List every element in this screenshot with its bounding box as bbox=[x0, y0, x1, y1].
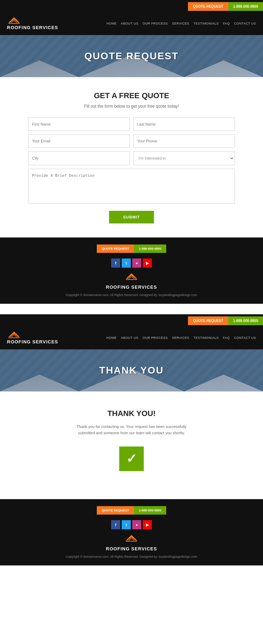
logo-2: ROOFING SERVICES bbox=[7, 331, 58, 344]
nav-home[interactable]: HOME bbox=[107, 22, 117, 25]
nav-about-2[interactable]: ABOUT US bbox=[121, 336, 139, 340]
footer-brand-name: ROOFING SERVICES bbox=[0, 284, 263, 290]
footer-copyright: Copyright © domainname.com. All Rights R… bbox=[0, 293, 263, 297]
last-name-input[interactable] bbox=[133, 118, 235, 131]
facebook-icon-2[interactable]: f bbox=[111, 520, 120, 529]
brand-name: ROOFING SERVICES bbox=[7, 25, 58, 30]
check-mark-icon: ✓ bbox=[126, 451, 137, 466]
footer-2-top-buttons: QUOTE REQUEST 1-888-000-0800 bbox=[0, 506, 263, 515]
phone-button[interactable]: 1-888-000-0800 bbox=[228, 2, 263, 11]
footer-2: QUOTE REQUEST 1-888-000-0800 f t ● ▶ ROO… bbox=[0, 499, 263, 565]
first-name-input[interactable] bbox=[28, 118, 130, 131]
email-input[interactable] bbox=[28, 134, 130, 148]
phone-input[interactable] bbox=[133, 134, 235, 148]
instagram-icon-2[interactable]: ● bbox=[132, 520, 141, 529]
top-bar-2: QUOTE REQUEST 1-888-000-0800 bbox=[0, 314, 263, 327]
footer-1: QUOTE REQUEST 1-888-000-0800 f t ● ▶ ROO… bbox=[0, 237, 263, 304]
nav-testimonials-2[interactable]: TESTIMONIALS bbox=[194, 336, 219, 340]
main-nav: HOME ABOUT US OUR PROCESS SERVICES TESTI… bbox=[107, 22, 256, 25]
quote-form-section: GET A FREE QUOTE Fill out the form below… bbox=[0, 77, 263, 237]
youtube-icon-2[interactable]: ▶ bbox=[143, 520, 152, 529]
social-icons: f t ● ▶ bbox=[0, 259, 263, 268]
nav-process[interactable]: OUR PROCESS bbox=[142, 22, 168, 25]
thankyou-heading: THANK YOU! bbox=[28, 409, 235, 418]
top-bar: QUOTE REQUEST 1-888-000-0800 bbox=[0, 0, 263, 13]
thankyou-hero: THANK YOU bbox=[0, 349, 263, 391]
youtube-icon[interactable]: ▶ bbox=[143, 259, 152, 268]
nav-contact-2[interactable]: CONTACT US bbox=[234, 336, 256, 340]
nav-process-2[interactable]: OUR PROCESS bbox=[142, 336, 168, 340]
form-subtext: Fill out the form below to get your free… bbox=[28, 104, 235, 109]
footer-2-phone-btn[interactable]: 1-888-000-0800 bbox=[134, 506, 166, 515]
hero-section: QUOTE REQUEST bbox=[0, 35, 263, 77]
nav-services-2[interactable]: SERVICES bbox=[172, 336, 189, 340]
interest-select[interactable]: I'm Interested in bbox=[133, 151, 235, 165]
nav-faq[interactable]: FAQ bbox=[223, 22, 230, 25]
phone-button-2[interactable]: 1-888-000-0800 bbox=[228, 316, 263, 325]
footer-brand-name-2: ROOFING SERVICES bbox=[0, 546, 263, 551]
description-textarea[interactable] bbox=[28, 169, 235, 204]
site-header-2: ROOFING SERVICES HOME ABOUT US OUR PROCE… bbox=[0, 327, 263, 349]
form-row-3: I'm Interested in bbox=[28, 151, 235, 165]
nav-about[interactable]: ABOUT US bbox=[121, 22, 139, 25]
nav-home-2[interactable]: HOME bbox=[107, 336, 117, 340]
footer-2-quote-btn[interactable]: QUOTE REQUEST bbox=[97, 506, 134, 515]
brand-name-2: ROOFING SERVICES bbox=[7, 339, 58, 344]
instagram-icon[interactable]: ● bbox=[132, 259, 141, 268]
quote-request-button-2[interactable]: QUOTE REQUEST bbox=[188, 316, 228, 325]
nav-faq-2[interactable]: FAQ bbox=[223, 336, 230, 340]
logo-icon bbox=[7, 16, 21, 25]
quote-request-button[interactable]: QUOTE REQUEST bbox=[188, 2, 228, 11]
twitter-icon[interactable]: t bbox=[122, 259, 131, 268]
submit-button[interactable]: SUBMIT bbox=[109, 211, 154, 223]
nav-contact[interactable]: CONTACT US bbox=[234, 22, 256, 25]
form-heading: GET A FREE QUOTE bbox=[28, 91, 235, 100]
thankyou-section: THANK YOU! Thank you for contacting us. … bbox=[0, 391, 263, 499]
facebook-icon[interactable]: f bbox=[111, 259, 120, 268]
success-check-box: ✓ bbox=[119, 447, 144, 471]
social-icons-2: f t ● ▶ bbox=[0, 520, 263, 529]
footer-logo-2 bbox=[0, 534, 263, 544]
site-header: ROOFING SERVICES HOME ABOUT US OUR PROCE… bbox=[0, 13, 263, 35]
logo-icon-2 bbox=[7, 331, 21, 339]
nav-services[interactable]: SERVICES bbox=[172, 22, 189, 25]
logo: ROOFING SERVICES bbox=[7, 16, 58, 30]
footer-copyright-2: Copyright © domainname.com. All Rights R… bbox=[0, 555, 263, 558]
city-input[interactable] bbox=[28, 151, 130, 165]
nav-testimonials[interactable]: TESTIMONIALS bbox=[194, 22, 219, 25]
footer-quote-btn[interactable]: QUOTE REQUEST bbox=[97, 244, 134, 253]
main-nav-2: HOME ABOUT US OUR PROCESS SERVICES TESTI… bbox=[107, 336, 256, 340]
footer-phone-btn[interactable]: 1-888-000-0800 bbox=[134, 244, 166, 253]
page-spacer bbox=[0, 304, 263, 314]
hero-title: QUOTE REQUEST bbox=[85, 51, 179, 62]
thankyou-message: Thank you for contacting us. Your reques… bbox=[72, 424, 191, 436]
footer-logo-icon bbox=[124, 273, 139, 281]
footer-top-buttons: QUOTE REQUEST 1-888-000-0800 bbox=[0, 244, 263, 253]
form-row-2 bbox=[28, 134, 235, 148]
thankyou-hero-title: THANK YOU bbox=[99, 365, 164, 376]
footer-logo-icon-2 bbox=[124, 534, 139, 543]
footer-logo bbox=[0, 273, 263, 282]
twitter-icon-2[interactable]: t bbox=[122, 520, 131, 529]
form-row-1 bbox=[28, 118, 235, 131]
